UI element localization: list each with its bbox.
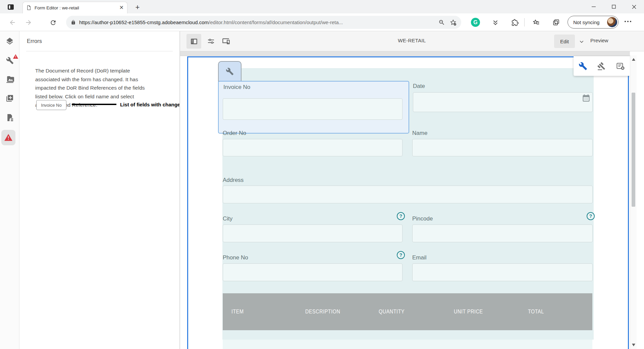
grammarly-extension-icon[interactable]: G — [471, 18, 480, 27]
lock-icon — [71, 20, 76, 25]
wrench-warning-badge-icon — [13, 54, 18, 59]
address-bar[interactable]: https://author-p10652-e15855-cmstg.adobe… — [66, 16, 461, 29]
settings-menu-icon[interactable] — [625, 21, 631, 22]
device-emulator-icon[interactable] — [219, 34, 233, 49]
scroll-down-icon[interactable] — [630, 342, 637, 348]
titlebar: Form Editor : we-retail ✕ + — [0, 0, 644, 13]
date-input[interactable] — [413, 92, 593, 112]
column-header-total: TOTAL — [528, 308, 544, 315]
field-issues-wrench-icon[interactable] — [4, 54, 16, 66]
assets-browser-icon[interactable] — [4, 73, 16, 86]
city-input[interactable] — [223, 225, 402, 242]
close-button[interactable] — [624, 0, 644, 13]
field-label-pincode: Pincode — [412, 215, 433, 222]
double-chevron-down-icon[interactable] — [490, 17, 500, 28]
maximize-button[interactable] — [604, 0, 624, 13]
errors-panel-divider — [26, 51, 173, 51]
window-controls — [584, 0, 644, 13]
selected-field-config-tab[interactable] — [218, 61, 241, 82]
page-scrollbar[interactable] — [630, 55, 637, 349]
content-tree-layers-icon[interactable] — [4, 35, 16, 47]
canvas-top-margin — [180, 51, 630, 56]
name-input[interactable] — [412, 139, 593, 156]
pincode-input[interactable] — [412, 225, 593, 242]
annotation-line — [72, 104, 116, 105]
email-input[interactable] — [412, 263, 593, 281]
form-title: WE-RETAIL — [378, 38, 445, 43]
back-icon[interactable] — [7, 17, 17, 28]
field-label-email: Email — [412, 254, 427, 261]
column-header-item: ITEM — [231, 308, 244, 315]
scroll-up-icon[interactable] — [630, 56, 637, 63]
preview-mode-button[interactable]: Preview — [590, 38, 608, 43]
sync-status-label: Not syncing — [573, 19, 599, 25]
phone-help-icon[interactable]: ? — [397, 251, 405, 259]
browser-window: Form Editor : we-retail ✕ + https://auth… — [0, 0, 644, 349]
profile-button[interactable]: Not syncing — [568, 16, 619, 29]
field-label-name: Name — [412, 130, 427, 137]
edit-rules-gavel-icon[interactable] — [597, 62, 606, 70]
field-label-phone-no: Phone No — [223, 254, 248, 261]
items-table-header: ITEM DESCRIPTION QUANTITY UNIT PRICE TOT… — [223, 293, 592, 330]
field-label-order-no: Order No — [223, 130, 246, 137]
items-table-row — [223, 340, 592, 349]
column-header-unit-price: UNIT PRICE — [454, 308, 483, 315]
mode-chevron-down-icon[interactable] — [578, 38, 586, 46]
invoice-no-input[interactable] — [223, 98, 402, 120]
profile-avatar — [607, 17, 617, 27]
order-no-input[interactable] — [223, 139, 402, 156]
column-header-description: DESCRIPTION — [305, 308, 340, 315]
new-tab-button[interactable]: + — [133, 3, 142, 12]
scrollbar-thumb[interactable] — [632, 93, 635, 207]
configure-wrench-icon[interactable] — [579, 62, 587, 70]
url-text: https://author-p10652-e15855-cmstg.adobe… — [79, 19, 438, 25]
errors-panel-toggle-selected[interactable] — [1, 130, 15, 145]
toggle-side-panel-icon[interactable] — [186, 34, 201, 49]
data-sources-icon[interactable] — [4, 111, 16, 123]
tab-close-icon[interactable]: ✕ — [119, 5, 124, 10]
field-label-invoice-no: Invoice No — [223, 84, 250, 91]
column-header-quantity: QUANTITY — [379, 308, 405, 315]
extensions-puzzle-icon[interactable] — [510, 17, 520, 28]
tab-actions-menu-icon[interactable] — [7, 3, 15, 11]
edit-mode-button[interactable]: Edit — [554, 35, 575, 48]
page-properties-sliders-icon[interactable] — [204, 34, 218, 49]
field-label-city: City — [223, 215, 232, 222]
tab-title: Form Editor : we-retail — [35, 5, 119, 10]
add-panel-icon[interactable] — [616, 62, 625, 71]
field-action-toolbar — [574, 56, 630, 76]
forward-icon[interactable] — [23, 17, 34, 28]
minimize-button[interactable] — [584, 0, 604, 13]
city-help-icon[interactable]: ? — [397, 212, 405, 220]
page-favicon-icon — [26, 5, 32, 10]
field-label-date: Date — [413, 83, 425, 90]
toolbar-divider — [524, 18, 525, 27]
browser-tab[interactable]: Form Editor : we-retail ✕ — [22, 2, 127, 13]
phone-no-input[interactable] — [223, 263, 402, 281]
address-input[interactable] — [223, 186, 593, 203]
favorites-star-list-icon[interactable] — [531, 17, 541, 28]
zoom-out-icon[interactable] — [438, 19, 445, 26]
calendar-icon[interactable] — [582, 94, 591, 103]
collections-icon[interactable] — [551, 17, 561, 28]
field-label-address: Address — [223, 177, 244, 184]
pincode-help-icon[interactable]: ? — [587, 212, 595, 220]
changed-field-button[interactable]: Invoice No — [36, 100, 66, 110]
refresh-icon[interactable] — [48, 17, 58, 28]
components-icon[interactable] — [4, 92, 16, 104]
add-favorite-star-icon[interactable] — [450, 19, 457, 26]
errors-panel-title: Errors — [27, 38, 42, 44]
